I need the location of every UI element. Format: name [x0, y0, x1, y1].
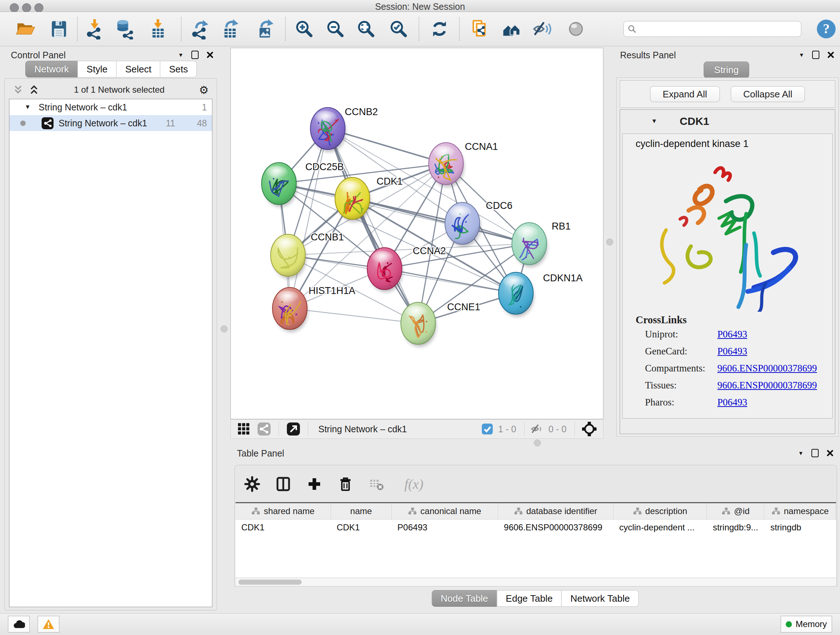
network-node[interactable] [512, 223, 547, 267]
network-collection-row[interactable]: ▼ String Network – cdk1 1 [9, 99, 212, 115]
warnings-button[interactable] [38, 616, 59, 632]
network-node[interactable] [367, 248, 403, 292]
expand-all-tree-icon[interactable] [13, 84, 24, 95]
left-splitter-grip[interactable] [221, 325, 227, 333]
search-field[interactable] [623, 21, 801, 37]
column-header--id[interactable]: @id [707, 503, 764, 519]
column-header-namespace[interactable]: namespace [764, 503, 836, 519]
toolbar-separator [77, 17, 78, 41]
network-node[interactable] [429, 143, 464, 187]
network-node[interactable] [310, 108, 346, 152]
column-header-canonical-name[interactable]: canonical name [392, 503, 498, 519]
zoom-fit-icon[interactable] [354, 17, 377, 41]
zoom-selected-icon[interactable] [387, 17, 410, 41]
show-all-icon[interactable] [564, 17, 587, 41]
panel-close-icon[interactable] [827, 450, 834, 456]
table-cell[interactable]: P06493 [392, 519, 498, 535]
tab-select[interactable]: Select [116, 61, 160, 78]
tab-string[interactable]: String [704, 62, 749, 78]
table-cell[interactable]: CDK1 [235, 519, 331, 535]
network-node[interactable] [262, 163, 297, 207]
network-node-label: CDK1 [377, 176, 403, 187]
network-row[interactable]: String Network – cdk1 11 48 [9, 115, 212, 131]
network-node[interactable] [401, 302, 436, 347]
crosslink-link[interactable]: P06493 [717, 346, 819, 357]
tab-network[interactable]: Network [25, 61, 78, 78]
panel-menu-icon[interactable]: ▼ [178, 52, 183, 57]
column-header-description[interactable]: description [614, 503, 707, 519]
tab-network-table[interactable]: Network Table [561, 590, 639, 607]
create-column-plus-icon[interactable] [304, 474, 325, 494]
panel-close-icon[interactable] [827, 51, 834, 58]
column-header-database-identifier[interactable]: database identifier [498, 503, 614, 519]
tab-node-table[interactable]: Node Table [431, 590, 497, 607]
table-cell[interactable]: stringdb [764, 519, 836, 535]
network-share-icon[interactable] [254, 419, 274, 439]
save-session-icon[interactable] [47, 17, 71, 41]
delete-column-trash-icon[interactable] [335, 474, 355, 494]
collection-collapse-icon[interactable]: ▼ [25, 103, 31, 111]
expand-all-button[interactable]: Expand All [650, 86, 720, 102]
network-canvas[interactable]: CCNB2CCNA1CDC25BCDK1CDC6RB1CCNB1CCNA2CDK… [231, 48, 603, 419]
table-horizontal-scrollbar[interactable] [235, 578, 836, 586]
network-node[interactable] [445, 203, 480, 247]
import-table-icon[interactable] [147, 17, 170, 41]
section-collapse-icon[interactable]: ▼ [651, 118, 657, 125]
export-table-icon[interactable] [218, 17, 242, 41]
network-node[interactable] [335, 177, 370, 222]
open-session-icon[interactable] [14, 17, 37, 41]
first-neighbors-icon[interactable] [500, 17, 523, 41]
collapse-all-tree-icon[interactable] [28, 84, 39, 95]
cloud-status-button[interactable] [8, 616, 30, 632]
panel-close-icon[interactable] [207, 51, 213, 58]
hide-selected-icon[interactable] [531, 17, 554, 41]
panel-float-icon[interactable] [812, 449, 819, 457]
memory-button[interactable]: Memory [781, 616, 832, 632]
network-node[interactable] [499, 272, 534, 317]
node-result-header[interactable]: ▼ CDK1 [620, 110, 835, 133]
network-options-gear-icon[interactable]: ⚙ [199, 84, 209, 96]
crosslink-link[interactable]: 9606.ENSP00000378699 [717, 363, 819, 374]
tab-style[interactable]: Style [77, 61, 117, 78]
import-network-file-icon[interactable] [83, 17, 106, 41]
column-header-shared-name[interactable]: shared name [235, 503, 331, 519]
import-network-database-icon[interactable] [113, 17, 136, 41]
search-input[interactable] [637, 24, 797, 35]
bottom-splitter-grip[interactable] [534, 440, 541, 447]
panel-menu-icon[interactable]: ▼ [798, 450, 804, 456]
collapse-all-button[interactable]: Collapse All [731, 86, 805, 102]
zoom-out-icon[interactable] [324, 17, 347, 41]
help-icon[interactable]: ? [815, 17, 838, 41]
right-splitter-grip[interactable] [606, 239, 613, 245]
export-image-icon[interactable] [254, 17, 277, 41]
crosslink-link[interactable]: P06493 [717, 397, 819, 408]
scrollbar-thumb[interactable] [238, 580, 302, 585]
tab-sets[interactable]: Sets [160, 61, 197, 78]
zoom-in-icon[interactable] [292, 17, 316, 41]
table-options-gear-icon[interactable] [242, 474, 262, 494]
table-cell[interactable]: stringdb:9... [707, 519, 764, 535]
crosslink-link[interactable]: 9606.ENSP00000378699 [717, 380, 819, 391]
column-header-name[interactable]: name [331, 503, 392, 519]
node-table-rows: CDK1CDK1P064939606.ENSP00000378699cyclin… [235, 519, 836, 535]
tab-edge-table[interactable]: Edge Table [497, 590, 562, 607]
birds-eye-navigator-icon[interactable] [579, 419, 600, 439]
selected-nodes-check-icon[interactable] [480, 419, 494, 439]
network-from-selection-icon[interactable] [469, 17, 492, 41]
panel-menu-icon[interactable]: ▼ [799, 52, 804, 57]
network-edge[interactable] [290, 309, 418, 323]
show-columns-icon[interactable] [273, 474, 294, 494]
table-row[interactable]: CDK1CDK1P064939606.ENSP00000378699cyclin… [235, 519, 836, 535]
panel-float-icon[interactable] [191, 51, 199, 59]
grid-mode-icon[interactable] [234, 419, 254, 439]
detach-view-icon[interactable] [283, 419, 303, 439]
panel-float-icon[interactable] [812, 51, 819, 59]
network-node[interactable] [271, 234, 306, 279]
export-network-icon[interactable] [188, 17, 212, 41]
table-cell[interactable]: CDK1 [331, 519, 392, 535]
network-node[interactable] [272, 287, 308, 332]
apply-layout-icon[interactable] [428, 17, 451, 41]
table-cell[interactable]: cyclin-dependent ... [614, 519, 707, 535]
table-cell[interactable]: 9606.ENSP00000378699 [498, 519, 614, 535]
crosslink-link[interactable]: P06493 [717, 329, 819, 340]
